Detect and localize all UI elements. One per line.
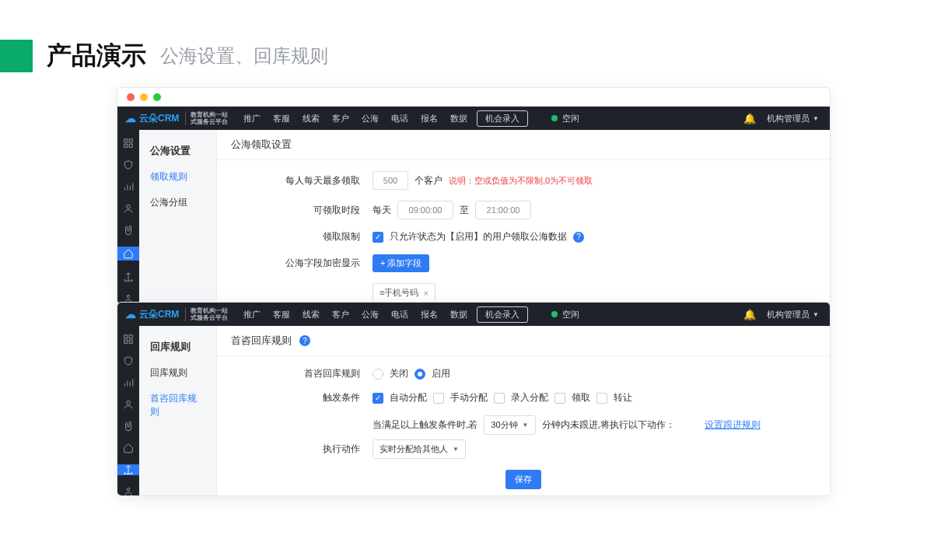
field-tag-phone[interactable]: ≡手机号码× [373,283,436,303]
top-nav: 推广 客服 线索 客户 公海 电话 报名 数据 [236,113,467,124]
radio-on[interactable] [415,369,425,380]
checkbox-label: 只允许状态为【启用】的用户领取公海数据 [390,230,567,243]
window-return-rules: ☁ 云朵CRM 教育机构一站式服务云平台 推广 客服 线索 客户 公海 电话 报… [117,302,831,496]
time-from-input[interactable] [397,201,453,219]
action-select[interactable]: 实时分配给其他人▼ [373,439,466,459]
close-dot-icon[interactable] [127,93,135,101]
svg-point-4 [127,205,131,208]
svg-rect-6 [124,335,128,338]
nav-public-sea[interactable]: 公海 [362,309,379,320]
user-menu[interactable]: 机构管理员▼ [767,309,819,320]
cb-entry-assign[interactable] [494,393,505,404]
brand-logo[interactable]: ☁ 云朵CRM 教育机构一站式服务云平台 [117,307,236,321]
rail-shield-icon[interactable] [122,159,135,170]
rail-hand-icon[interactable] [122,225,135,236]
help-icon[interactable]: ? [299,335,310,346]
user-menu[interactable]: 机构管理员▼ [767,113,819,124]
row-time-range: 可领取时段 每天 至 [217,201,830,219]
rail-stats-icon[interactable] [122,181,135,192]
brand-logo[interactable]: ☁ 云朵CRM 教育机构一站式服务云平台 [117,111,236,125]
svg-point-10 [127,401,131,404]
cb-transfer[interactable] [596,393,607,404]
rail-stats-icon[interactable] [122,377,135,388]
row-daily-limit: 每人每天最多领取 个客户 说明：空或负值为不限制,0为不可领取 [217,171,830,190]
svg-rect-9 [129,340,132,343]
add-field-button[interactable]: + 添加字段 [373,254,429,272]
brand-tagline: 教育机构一站式服务云平台 [185,111,228,125]
cloud-icon: ☁ [125,308,136,320]
bell-icon[interactable]: 🔔 [743,309,756,320]
icon-rail [117,326,139,495]
rail-home-icon[interactable] [117,247,139,261]
opportunity-entry-button[interactable]: 机会录入 [477,306,528,323]
nav-service[interactable]: 客服 [273,309,290,320]
nav-calls[interactable]: 电话 [391,309,408,320]
minimize-dot-icon[interactable] [140,93,148,101]
bell-icon[interactable]: 🔔 [743,113,756,124]
nav-data[interactable]: 数据 [450,113,467,124]
section-title: 公海领取设置 [217,130,830,160]
nav-calls[interactable]: 电话 [391,113,408,124]
rail-hand-icon[interactable] [122,421,135,432]
enable-users-checkbox[interactable]: ✓ [373,232,383,243]
chevron-down-icon: ▼ [523,422,529,429]
svg-rect-3 [129,144,132,147]
nav-customers[interactable]: 客户 [332,309,349,320]
nav-data[interactable]: 数据 [450,309,467,320]
rail-home-icon[interactable] [122,443,135,453]
windows-stage: ☁ 云朵CRM 教育机构一站式服务云平台 推广 客服 线索 客户 公海 电话 报… [117,87,840,523]
nav-signup[interactable]: 报名 [421,309,438,320]
rail-user-icon[interactable] [122,399,135,410]
sidebar-item-claim-rules[interactable]: 领取规则 [139,164,216,190]
remove-tag-icon[interactable]: × [423,289,428,298]
slide-title: 产品演示 [47,39,146,73]
opportunity-entry-button[interactable]: 机会录入 [477,110,528,127]
followup-rule-link[interactable]: 设置跟进规则 [705,418,761,432]
svg-rect-1 [129,139,132,142]
zoom-dot-icon[interactable] [153,93,161,101]
nav-customers[interactable]: 客户 [332,113,349,124]
status-idle[interactable]: 空闲 [551,309,579,320]
brand-tagline: 教育机构一站式服务云平台 [185,307,228,321]
nav-promo[interactable]: 推广 [243,113,261,124]
nav-promo[interactable]: 推广 [243,309,261,320]
help-icon[interactable]: ? [573,232,584,243]
rail-dashboard-icon[interactable] [122,138,135,149]
rail-shield-icon[interactable] [122,355,135,366]
nav-public-sea[interactable]: 公海 [362,113,379,124]
radio-off[interactable] [373,369,383,380]
sidebar-item-return-rules[interactable]: 回库规则 [139,360,216,386]
nav-service[interactable]: 客服 [273,113,290,124]
nav-leads[interactable]: 线索 [303,113,320,124]
row-encrypt-fields: 公海字段加密显示 + 添加字段 [217,254,830,272]
svg-rect-2 [124,144,128,147]
save-button[interactable]: 保存 [505,470,541,489]
sidebar-item-sea-groups[interactable]: 公海分组 [139,190,216,215]
rail-user-icon[interactable] [122,203,135,214]
svg-rect-8 [124,340,128,343]
sidebar: 回库规则 回库规则 首咨回库规则 [139,326,217,495]
slide-subtitle: 公海设置、回库规则 [160,44,328,68]
rail-dashboard-icon[interactable] [122,334,135,345]
time-to-input[interactable] [475,201,531,219]
cb-auto-assign[interactable]: ✓ [373,393,383,404]
status-idle[interactable]: 空闲 [551,113,579,124]
rail-person-icon[interactable] [122,486,135,496]
icon-rail [117,130,139,304]
sidebar-item-first-consult-return[interactable]: 首咨回库规则 [139,386,216,425]
cb-claim[interactable] [554,393,565,404]
row-exec-action: 执行动作 实时分配给其他人▼ [217,439,830,459]
svg-rect-0 [124,139,128,142]
nav-leads[interactable]: 线索 [303,309,320,320]
duration-select[interactable]: 30分钟▼ [484,415,535,435]
rail-recycle-icon[interactable] [117,464,139,475]
limit-note: 说明：空或负值为不限制,0为不可领取 [449,175,593,187]
mac-traffic-lights [117,88,830,107]
svg-rect-7 [129,335,132,338]
cb-manual-assign[interactable] [433,393,444,404]
row-encrypt-tags: ≡手机号码× [217,283,830,303]
nav-signup[interactable]: 报名 [421,113,438,124]
rail-recycle-icon[interactable] [122,271,135,282]
daily-limit-input[interactable] [373,171,408,190]
chevron-down-icon: ▼ [453,446,459,453]
